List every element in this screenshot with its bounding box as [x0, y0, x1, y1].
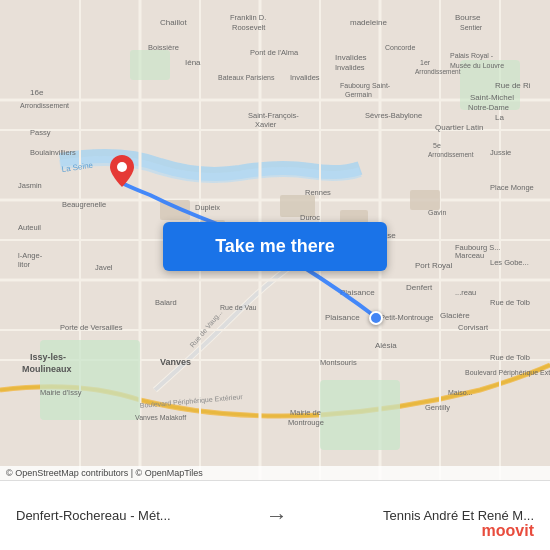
moovit-logo: moovit [482, 522, 534, 540]
svg-text:Denfert: Denfert [406, 283, 433, 292]
svg-text:...reau: ...reau [455, 288, 476, 297]
svg-text:Germain: Germain [345, 91, 372, 98]
svg-text:Saint-François-: Saint-François- [248, 111, 299, 120]
arrow-icon: → [266, 503, 288, 529]
svg-text:Montsouris: Montsouris [320, 358, 357, 367]
svg-text:Place Monge: Place Monge [490, 183, 534, 192]
svg-text:Montrouge: Montrouge [288, 418, 324, 427]
svg-text:madeleine: madeleine [350, 18, 387, 27]
svg-text:Arrondissement: Arrondissement [428, 151, 474, 158]
svg-text:Pont de l'Alma: Pont de l'Alma [250, 48, 299, 57]
svg-text:Maiso...: Maiso... [448, 389, 473, 396]
svg-text:Boulainvilliers: Boulainvilliers [30, 148, 76, 157]
svg-text:Notre-Dame: Notre-Dame [468, 103, 509, 112]
svg-text:Port Royal: Port Royal [415, 261, 453, 270]
svg-text:Invalides: Invalides [290, 73, 320, 82]
svg-text:Les Gobe...: Les Gobe... [490, 258, 529, 267]
svg-text:Rennes: Rennes [305, 188, 331, 197]
svg-text:Issy-les-: Issy-les- [30, 352, 66, 362]
svg-text:Rue de Tolb: Rue de Tolb [490, 353, 530, 362]
svg-text:Palais Royal -: Palais Royal - [450, 52, 494, 60]
svg-rect-17 [320, 380, 400, 450]
svg-text:l-Ange-: l-Ange- [18, 251, 43, 260]
svg-text:1er: 1er [420, 59, 431, 66]
svg-text:Duroc: Duroc [300, 213, 320, 222]
svg-text:Bourse: Bourse [455, 13, 481, 22]
svg-text:5e: 5e [433, 142, 441, 149]
destination-pin [110, 155, 134, 191]
svg-text:Jasmin: Jasmin [18, 181, 42, 190]
bottom-bar: Denfert-Rochereau - Mét... → Tennis Andr… [0, 480, 550, 550]
svg-text:Jussie: Jussie [490, 148, 511, 157]
svg-text:Marceau: Marceau [455, 251, 484, 260]
svg-text:Balard: Balard [155, 298, 177, 307]
svg-text:Moulineaux: Moulineaux [22, 364, 72, 374]
svg-text:Arrondissement: Arrondissement [415, 68, 461, 75]
button-label: Take me there [215, 236, 335, 257]
svg-text:Mairie de: Mairie de [290, 408, 321, 417]
to-location: Tennis André Et René M... [383, 508, 534, 523]
svg-text:Petit-Montrouge: Petit-Montrouge [380, 313, 433, 322]
svg-text:Rue de Ri: Rue de Ri [495, 81, 531, 90]
svg-text:Dupleix: Dupleix [195, 203, 220, 212]
svg-text:Faubourg Saint-: Faubourg Saint- [340, 82, 391, 90]
svg-text:La: La [495, 113, 504, 122]
svg-text:Invalides: Invalides [335, 63, 365, 72]
copyright-text: © OpenStreetMap contributors | © OpenMap… [6, 468, 203, 478]
svg-rect-24 [410, 190, 440, 210]
svg-text:Vanves: Vanves [160, 357, 191, 367]
origin-dot [369, 311, 383, 325]
svg-text:Franklin D.: Franklin D. [230, 13, 266, 22]
svg-text:Plaisance: Plaisance [325, 313, 360, 322]
svg-text:Auteuil: Auteuil [18, 223, 41, 232]
from-label: Denfert-Rochereau - Mét... [16, 508, 171, 523]
svg-text:Chaillot: Chaillot [160, 18, 187, 27]
svg-text:Gavin: Gavin [428, 209, 446, 216]
svg-text:Bateaux Parisiens: Bateaux Parisiens [218, 74, 275, 81]
svg-text:Glacière: Glacière [440, 311, 470, 320]
copyright-bar: © OpenStreetMap contributors | © OpenMap… [0, 466, 550, 480]
svg-text:Alésia: Alésia [375, 341, 397, 350]
svg-text:Roosevelt: Roosevelt [232, 23, 266, 32]
svg-text:Gentilly: Gentilly [425, 403, 450, 412]
svg-text:Porte de Versailles: Porte de Versailles [60, 323, 123, 332]
svg-text:Concorde: Concorde [385, 44, 415, 51]
svg-text:Mairie d'Issy: Mairie d'Issy [40, 388, 82, 397]
svg-point-107 [117, 162, 127, 172]
svg-text:Rue de Vau: Rue de Vau [220, 304, 257, 311]
map-container: 16e Arrondissement Chaillot Franklin D. … [0, 0, 550, 480]
svg-text:Iéna: Iéna [185, 58, 201, 67]
svg-text:Beaugrenelle: Beaugrenelle [62, 200, 106, 209]
svg-text:Arrondissement: Arrondissement [20, 102, 69, 109]
svg-text:Javel: Javel [95, 263, 113, 272]
svg-text:Passy: Passy [30, 128, 51, 137]
svg-rect-19 [130, 50, 170, 80]
svg-text:Invalides: Invalides [335, 53, 367, 62]
svg-text:16e: 16e [30, 88, 44, 97]
svg-text:Boissière: Boissière [148, 43, 179, 52]
svg-text:litor: litor [18, 260, 31, 269]
svg-text:Quartier Latin: Quartier Latin [435, 123, 483, 132]
svg-text:Sèvres-Babylone: Sèvres-Babylone [365, 111, 422, 120]
from-location: Denfert-Rochereau - Mét... [16, 508, 171, 523]
svg-text:Boulevard Périphérique Exté...: Boulevard Périphérique Exté... [465, 369, 550, 377]
svg-text:Sentier: Sentier [460, 24, 483, 31]
svg-text:Vanves Malakoff: Vanves Malakoff [135, 414, 186, 421]
svg-text:Saint-Michel: Saint-Michel [470, 93, 514, 102]
svg-text:Musée du Louvre: Musée du Louvre [450, 62, 504, 69]
to-label: Tennis André Et René M... [383, 508, 534, 523]
take-me-there-button[interactable]: Take me there [163, 222, 387, 271]
svg-text:Xavier: Xavier [255, 120, 277, 129]
svg-text:Rue de Tolb: Rue de Tolb [490, 298, 530, 307]
moovit-text: moovit [482, 522, 534, 540]
svg-text:Corvisart: Corvisart [458, 323, 489, 332]
